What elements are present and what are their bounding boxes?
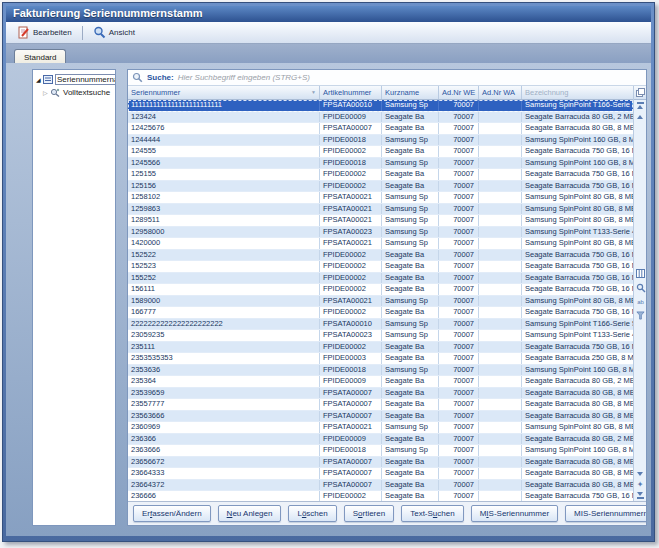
table-row[interactable]: 12425676FPSATA00007Seagate Ba70007Seagat… xyxy=(128,123,633,135)
sidebar-tree: ◢ Seriennummernauswahl ▷ Vollt xyxy=(32,69,116,526)
table-row[interactable]: 2360969FPSATA00021Samsung Sp70007Samsung… xyxy=(128,422,633,434)
mis-seriennummernbewegungen-button[interactable]: MIS-Seriennummernbewegungen xyxy=(565,505,647,522)
table-row[interactable]: 1244444FPIDE00018Samsung Sp70007Samsung … xyxy=(128,135,633,147)
cell-kurzname: Samsung Sp xyxy=(382,330,439,341)
table-row[interactable]: 155252FPIDE00002Seagate Ba70007Seagate B… xyxy=(128,273,633,285)
ansicht-button[interactable]: Ansicht xyxy=(87,24,141,42)
cell-bezeichnung: Seagate Barracuda 80 GB, 8 MB, 7200, NCQ xyxy=(522,399,633,410)
table-row[interactable]: 156111FPIDE00002Seagate Ba70007Seagate B… xyxy=(128,284,633,296)
table-row[interactable]: 23664372FPSATA00007Seagate Ba70007Seagat… xyxy=(128,480,633,492)
cell-seriennummer: 1245566 xyxy=(128,158,320,169)
table-row[interactable]: 2222222222222222222222FPSATA00010Samsung… xyxy=(128,319,633,331)
scroll-down-button[interactable] xyxy=(635,468,646,479)
tree-expanded-icon[interactable]: ◢ xyxy=(36,76,43,83)
table-row[interactable]: 236366FPIDE00009Seagate Ba70007Seagate B… xyxy=(128,434,633,446)
bearbeiten-button[interactable]: Bearbeiten xyxy=(11,24,78,42)
column-header-ad-nr-wa[interactable]: Ad.Nr WA xyxy=(479,86,522,99)
table-row[interactable]: 23656672FPSATA00007Seagate Ba70007Seagat… xyxy=(128,457,633,469)
table-row[interactable]: 1245566FPIDE00018Samsung Sp70007Samsung … xyxy=(128,158,633,170)
search-rows-icon[interactable] xyxy=(635,282,646,293)
table-row[interactable]: 2353535353FPIDE00003Seagate Ba70007Seaga… xyxy=(128,353,633,365)
table-row[interactable]: 125155FPIDE00002Seagate Ba70007Seagate B… xyxy=(128,169,633,181)
table-row[interactable]: 236666FPIDE00002Seagate Ba70007Seagate B… xyxy=(128,491,633,501)
cell-seriennummer: 1420000 xyxy=(128,238,320,249)
text-match-icon[interactable]: ab xyxy=(635,296,646,307)
scroll-up-button[interactable] xyxy=(635,111,646,122)
window-titlebar[interactable]: Fakturierung Seriennummernstamm xyxy=(6,6,651,22)
table-row[interactable]: 23557777FPSATA00007Seagate Ba70007Seagat… xyxy=(128,399,633,411)
tree-item-label: Seriennummernauswahl xyxy=(55,74,115,85)
cell-seriennummer: 125156 xyxy=(128,181,320,192)
cell-ad-nr-wa xyxy=(479,100,522,111)
table-row[interactable]: 235111FPIDE00002Seagate Ba70007Seagate B… xyxy=(128,342,633,354)
table-row[interactable]: 1589000FPSATA00021Samsung Sp70007Samsung… xyxy=(128,296,633,308)
table-row[interactable]: 152523FPIDE00002Seagate Ba70007Seagate B… xyxy=(128,261,633,273)
table-row[interactable]: 1420000FPSATA00021Samsung Sp70007Samsung… xyxy=(128,238,633,250)
column-header-seriennummer[interactable]: Seriennummer▼ xyxy=(128,86,320,99)
table-row[interactable]: 23563666FPSATA00007Seagate Ba70007Seagat… xyxy=(128,411,633,423)
column-header-label: Seriennummer xyxy=(131,88,180,97)
cell-kurzname: Samsung Sp xyxy=(382,100,439,111)
column-header-label: Artikelnummer xyxy=(323,88,371,97)
table-row[interactable]: 124555FPIDE00002Seagate Ba70007Seagate B… xyxy=(128,146,633,158)
cell-ad-nr-wa xyxy=(479,319,522,330)
table-row[interactable]: 235364FPIDE00009Seagate Ba70007Seagate B… xyxy=(128,376,633,388)
cell-artikelnummer: FPSATA00007 xyxy=(320,480,382,491)
filter-icon[interactable] xyxy=(635,310,646,321)
sort-arrow-icon[interactable]: ▼ xyxy=(311,89,316,95)
column-header-label: Ad.Nr WE xyxy=(442,88,475,97)
cell-ad-nr-wa xyxy=(479,480,522,491)
text-suchen-button[interactable]: Text-Suchen xyxy=(401,505,463,522)
cell-seriennummer: 123424 xyxy=(128,112,320,123)
cell-ad-nr-we: 70007 xyxy=(439,330,479,341)
overlap-rects-icon xyxy=(636,88,645,97)
table-row[interactable]: 152522FPIDE00002Seagate Ba70007Seagate B… xyxy=(128,250,633,262)
search-bar[interactable]: Suche: Hier Suchbegriff eingeben (STRG+S… xyxy=(128,70,646,86)
scroll-to-top-button[interactable] xyxy=(635,100,646,111)
column-chooser-icon[interactable] xyxy=(634,86,646,100)
column-header-bezeichnung[interactable]: Bezeichnung xyxy=(522,86,633,99)
cell-kurzname: Samsung Sp xyxy=(382,422,439,433)
table-row[interactable]: 1289511FPSATA00021Samsung Sp70007Samsung… xyxy=(128,215,633,227)
tab-strip: Standard xyxy=(6,44,651,63)
cell-ad-nr-we: 70007 xyxy=(439,135,479,146)
table-row[interactable]: 1258102FPSATA00021Samsung Sp70007Samsung… xyxy=(128,192,633,204)
cell-bezeichnung: Samsung SpinPoint 80 GB, 8 MB, 7200, S-A… xyxy=(522,204,633,215)
cell-kurzname: Seagate Ba xyxy=(382,434,439,445)
table-row[interactable]: 125156FPIDE00002Seagate Ba70007Seagate B… xyxy=(128,181,633,193)
cell-bezeichnung: Seagate Barracuda 750 GB, 16 MB, 7200 xyxy=(522,491,633,501)
löschen-button[interactable]: Löschen xyxy=(288,505,336,522)
table-row[interactable]: 23059235FPSATA00023Samsung Sp70007Samsun… xyxy=(128,330,633,342)
tree-item-seriennummernauswahl[interactable]: ◢ Seriennummernauswahl xyxy=(33,73,115,86)
search-label: Suche: xyxy=(147,73,174,82)
table-row[interactable]: 23539659FPSATA00007Seagate Ba70007Seagat… xyxy=(128,388,633,400)
table-row[interactable]: 166777FPIDE00002Seagate Ba70007Seagate B… xyxy=(128,307,633,319)
column-header-artikelnummer[interactable]: Artikelnummer xyxy=(320,86,382,99)
scroll-nav-diamond[interactable]: ✦ xyxy=(635,479,646,490)
scrollbar-track[interactable]: ab ✦ xyxy=(634,100,646,501)
table-row[interactable]: 1111111111111111111111111FPSATA00010Sams… xyxy=(128,100,633,112)
table-row[interactable]: 2353636FPIDE00018Samsung Sp70007Samsung … xyxy=(128,365,633,377)
cell-kurzname: Seagate Ba xyxy=(382,457,439,468)
grid-tools: ab xyxy=(634,268,646,321)
tree-item-volltextsuche[interactable]: ▷ Volltextsuche xyxy=(33,86,115,99)
table-row[interactable]: 23664333FPSATA00007Seagate Ba70007Seagat… xyxy=(128,468,633,480)
sortieren-button[interactable]: Sortieren xyxy=(344,505,394,522)
table-row[interactable]: 1259863FPSATA00021Samsung Sp70007Samsung… xyxy=(128,204,633,216)
erfassen-ändern-button[interactable]: Erfassen/Ändern xyxy=(133,505,211,522)
scroll-to-bottom-button[interactable] xyxy=(635,490,646,501)
cell-seriennummer: 1111111111111111111111111 xyxy=(128,100,320,111)
table-row[interactable]: 12958000FPSATA00023Samsung Sp70007Samsun… xyxy=(128,227,633,239)
column-header-kurzname[interactable]: Kurzname xyxy=(382,86,439,99)
panel-splitter[interactable] xyxy=(120,69,123,526)
tree-collapsed-icon[interactable]: ▷ xyxy=(43,89,50,96)
table-row[interactable]: 123424FPIDE00009Seagate Ba70007Seagate B… xyxy=(128,112,633,124)
mis-seriennummer-button[interactable]: MIS-Seriennummer xyxy=(471,505,558,522)
table-row[interactable]: 2363666FPIDE00018Samsung Sp70007Samsung … xyxy=(128,445,633,457)
cell-ad-nr-we: 70007 xyxy=(439,319,479,330)
cell-ad-nr-wa xyxy=(479,204,522,215)
neu-anlegen-button[interactable]: Neu Anlegen xyxy=(218,505,282,522)
columns-icon[interactable] xyxy=(635,268,646,279)
cell-artikelnummer: FPIDE00018 xyxy=(320,158,382,169)
column-header-ad-nr-we[interactable]: Ad.Nr WE xyxy=(439,86,479,99)
